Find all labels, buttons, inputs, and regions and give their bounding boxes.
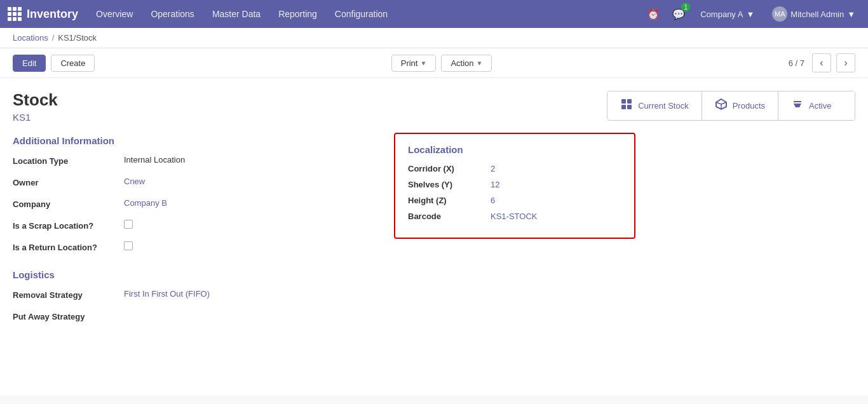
page-title-row: Stock KS1 Current Stock — [13, 91, 855, 123]
owner-label: Owner — [13, 177, 124, 187]
height-value: 6 — [491, 196, 495, 205]
putaway-strategy-label: Put Away Strategy — [13, 311, 124, 321]
svg-line-6 — [716, 102, 721, 104]
navbar-right: ⏰ 💬 1 Company A ▼ MA Mitchell Admin ▼ — [644, 4, 860, 24]
field-location-type: Location Type Internal Location — [13, 155, 369, 170]
breadcrumb-parent[interactable]: Locations — [13, 33, 48, 43]
loc-field-corridor: Corridor (X) 2 — [408, 164, 621, 173]
navbar: Inventory Overview Operations Master Dat… — [0, 0, 868, 28]
scrap-label: Is a Scrap Location? — [13, 220, 124, 231]
user-name: Mitchell Admin — [790, 10, 844, 19]
svg-rect-1 — [627, 99, 632, 104]
localization-box: Localization Corridor (X) 2 Shelves (Y) … — [394, 133, 635, 239]
pagination-info: 6 / 7 — [789, 58, 804, 68]
products-label: Products — [733, 101, 765, 111]
user-menu[interactable]: MA Mitchell Admin ▼ — [767, 4, 860, 24]
svg-marker-8 — [794, 101, 801, 102]
breadcrumb-separator: / — [52, 33, 55, 43]
active-icon — [791, 98, 804, 114]
right-section: Localization Corridor (X) 2 Shelves (Y) … — [394, 133, 635, 332]
active-label: Active — [809, 101, 831, 111]
create-button[interactable]: Create — [51, 55, 95, 72]
corridor-label: Corridor (X) — [408, 164, 491, 173]
page-title: Stock — [13, 91, 58, 109]
navbar-menu: Overview Operations Master Data Reportin… — [88, 5, 634, 23]
field-scrap: Is a Scrap Location? — [13, 220, 369, 235]
shelves-value: 12 — [491, 180, 499, 189]
toolbar: Edit Create Print ▼ Action ▼ 6 / 7 ‹ › — [0, 48, 868, 78]
company-caret: ▼ — [746, 10, 754, 19]
main-content: Stock KS1 Current Stock — [0, 78, 868, 396]
user-caret: ▼ — [847, 10, 855, 19]
barcode-value[interactable]: KS1-STOCK — [491, 212, 537, 221]
localization-title: Localization — [408, 144, 621, 155]
location-type-value: Internal Location — [124, 155, 185, 165]
print-button[interactable]: Print ▼ — [391, 55, 437, 72]
shelves-label: Shelves (Y) — [408, 180, 491, 189]
removal-strategy-value[interactable]: First In First Out (FIFO) — [124, 289, 210, 299]
return-checkbox[interactable] — [124, 241, 133, 250]
action-label: Action — [451, 58, 473, 68]
svg-marker-9 — [794, 104, 801, 107]
field-company: Company Company B — [13, 198, 369, 213]
svg-rect-2 — [621, 105, 626, 109]
company-label: Company — [13, 198, 124, 209]
removal-strategy-label: Removal Strategy — [13, 289, 124, 300]
company-name: Company A — [700, 10, 743, 19]
user-avatar: MA — [772, 6, 787, 22]
nav-operations[interactable]: Operations — [143, 5, 201, 23]
scrap-checkbox[interactable] — [124, 220, 133, 229]
field-owner: Owner Cnew — [13, 177, 369, 192]
breadcrumb-current: KS1/Stock — [58, 33, 97, 43]
location-type-label: Location Type — [13, 155, 124, 166]
smart-buttons: Current Stock Products — [607, 91, 855, 121]
breadcrumb: Locations / KS1/Stock — [0, 28, 868, 48]
svg-rect-3 — [627, 105, 632, 109]
current-stock-icon — [620, 98, 633, 114]
content-row: Additional Information Location Type Int… — [13, 133, 855, 332]
loc-field-shelves: Shelves (Y) 12 — [408, 180, 621, 189]
chat-icon-btn[interactable]: 💬 1 — [670, 5, 688, 23]
action-caret: ▼ — [477, 60, 483, 67]
field-return: Is a Return Location? — [13, 241, 369, 257]
company-value[interactable]: Company B — [124, 198, 167, 208]
owner-value[interactable]: Cnew — [124, 177, 145, 186]
pagination-prev[interactable]: ‹ — [812, 53, 831, 72]
return-label: Is a Return Location? — [13, 241, 124, 252]
nav-configuration[interactable]: Configuration — [327, 5, 395, 23]
page-title-area: Stock KS1 — [13, 91, 58, 123]
smart-btn-products[interactable]: Products — [702, 91, 778, 120]
nav-reporting[interactable]: Reporting — [271, 5, 325, 23]
svg-line-5 — [721, 102, 726, 104]
page-subtitle: KS1 — [13, 112, 58, 123]
notification-badge: 1 — [681, 3, 690, 11]
corridor-value: 2 — [491, 164, 495, 173]
help-icon-btn[interactable]: ⏰ — [644, 5, 662, 23]
height-label: Height (Z) — [408, 196, 491, 205]
nav-overview[interactable]: Overview — [88, 5, 140, 23]
print-caret: ▼ — [420, 60, 426, 67]
left-section: Additional Information Location Type Int… — [13, 133, 369, 332]
products-icon — [715, 98, 728, 114]
app-brand[interactable]: Inventory — [8, 7, 78, 21]
barcode-label: Barcode — [408, 212, 491, 221]
action-button[interactable]: Action ▼ — [441, 55, 492, 72]
logistics-title: Logistics — [13, 269, 369, 280]
print-label: Print — [401, 58, 418, 68]
pagination-next[interactable]: › — [836, 53, 855, 72]
app-title: Inventory — [27, 8, 78, 21]
current-stock-label: Current Stock — [638, 101, 688, 111]
nav-master-data[interactable]: Master Data — [205, 5, 268, 23]
field-putaway-strategy: Put Away Strategy — [13, 311, 369, 326]
company-selector[interactable]: Company A ▼ — [695, 7, 759, 22]
field-removal-strategy: Removal Strategy First In First Out (FIF… — [13, 289, 369, 304]
logistics-section: Logistics Removal Strategy First In Firs… — [13, 269, 369, 326]
svg-rect-0 — [621, 99, 626, 104]
loc-field-barcode: Barcode KS1-STOCK — [408, 212, 621, 221]
loc-field-height: Height (Z) 6 — [408, 196, 621, 205]
edit-button[interactable]: Edit — [13, 55, 46, 72]
grid-icon — [8, 7, 22, 21]
clock-icon: ⏰ — [647, 8, 660, 20]
smart-btn-active[interactable]: Active — [778, 91, 855, 120]
smart-btn-current-stock[interactable]: Current Stock — [607, 91, 702, 120]
